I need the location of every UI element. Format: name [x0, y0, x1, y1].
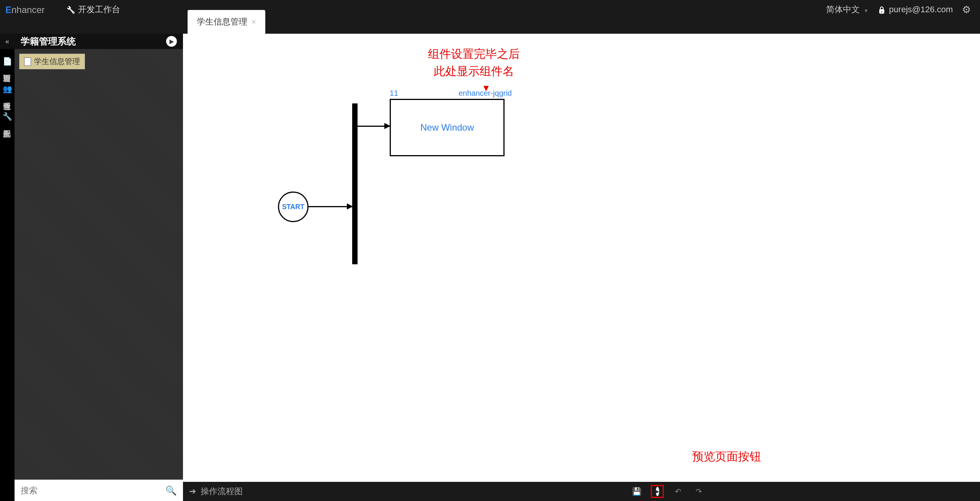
tab-bar: 学生信息管理 ✕ [188, 0, 265, 34]
window-node[interactable]: New Window [390, 99, 505, 156]
sidebar: 学籍管理系统 ▶ 学生信息管理 🔍 [15, 34, 183, 501]
app-logo[interactable]: Enhancer [0, 0, 57, 20]
canvas-area[interactable]: 组件设置完毕之后 此处显示组件名 ▼ 11 enhancer-jqgrid Ne… [183, 34, 980, 501]
annotation-preview-button: 预览页面按钮 [692, 449, 761, 465]
search-input[interactable] [21, 486, 165, 496]
start-node[interactable]: START [278, 192, 309, 222]
language-selector[interactable]: 简体中文 [826, 4, 868, 15]
flow-arrow [358, 126, 390, 127]
sidebar-header: 学籍管理系统 ▶ [15, 34, 183, 49]
main-container: « 📄页面管理 👥角色管理 🔧全局配置 学籍管理系统 ▶ 学生信息管理 🔍 [0, 34, 980, 501]
search-bar: 🔍 [15, 480, 183, 501]
flow-arrow [309, 206, 352, 207]
node-id-label: 11 [390, 89, 398, 98]
settings-icon[interactable] [962, 4, 971, 16]
save-icon[interactable]: 💾 [630, 485, 643, 498]
top-nav: 开发工作台 [57, 0, 129, 19]
sidebar-title: 学籍管理系统 [21, 35, 76, 47]
search-icon[interactable]: 🔍 [165, 485, 177, 496]
chevron-down-icon [862, 5, 868, 15]
tab-label: 学生信息管理 [197, 16, 247, 28]
user-email-label: purejs@126.com [889, 5, 953, 15]
tree-item-label: 学生信息管理 [34, 56, 80, 67]
arrow-right-icon: ➔ [189, 486, 196, 496]
nav-workbench-label: 开发工作台 [78, 4, 120, 15]
language-label: 简体中文 [826, 4, 860, 15]
logo-text: nhancer [11, 5, 45, 15]
rail-tab-roles[interactable]: 👥角色管理 [0, 77, 15, 104]
nav-workbench[interactable]: 开发工作台 [57, 4, 129, 15]
tree-item-student-info[interactable]: 学生信息管理 [19, 54, 85, 69]
node-type-label: enhancer-jqgrid [459, 89, 512, 98]
flow-label: 操作流程图 [201, 486, 243, 497]
play-icon[interactable]: ▶ [166, 36, 177, 47]
redo-icon[interactable]: ↷ [692, 485, 705, 498]
window-node-label: New Window [420, 122, 474, 133]
flow-vertical-bar [352, 103, 358, 264]
start-node-label: START [282, 203, 305, 211]
lock-icon [877, 5, 886, 15]
top-bar: Enhancer 开发工作台 简体中文 purejs@126.com [0, 0, 980, 34]
play-icon: ▶ [656, 487, 659, 496]
top-right: 简体中文 purejs@126.com [826, 0, 980, 19]
bottom-bar: ➔ 操作流程图 💾 ▶ ↶ ↷ [183, 482, 980, 501]
tab-student-info[interactable]: 学生信息管理 ✕ [188, 10, 265, 34]
wrench-icon [67, 5, 75, 15]
bottom-toolbar: 💾 ▶ ↶ ↷ [630, 485, 705, 498]
bottom-breadcrumb[interactable]: ➔ 操作流程图 [189, 486, 243, 497]
preview-button[interactable]: ▶ [651, 485, 664, 498]
rail-tab-pages[interactable]: 📄页面管理 [0, 49, 15, 77]
undo-icon[interactable]: ↶ [671, 485, 684, 498]
annotation-component-name: 组件设置完毕之后 此处显示组件名 [428, 45, 520, 80]
rail-tab-global[interactable]: 🔧全局配置 [0, 104, 15, 132]
user-menu[interactable]: purejs@126.com [877, 5, 953, 15]
left-rail: « 📄页面管理 👥角色管理 🔧全局配置 [0, 34, 15, 501]
page-tree[interactable]: 学生信息管理 [15, 49, 183, 480]
collapse-button[interactable]: « [0, 34, 15, 49]
document-icon [24, 57, 31, 66]
close-icon[interactable]: ✕ [251, 18, 256, 26]
